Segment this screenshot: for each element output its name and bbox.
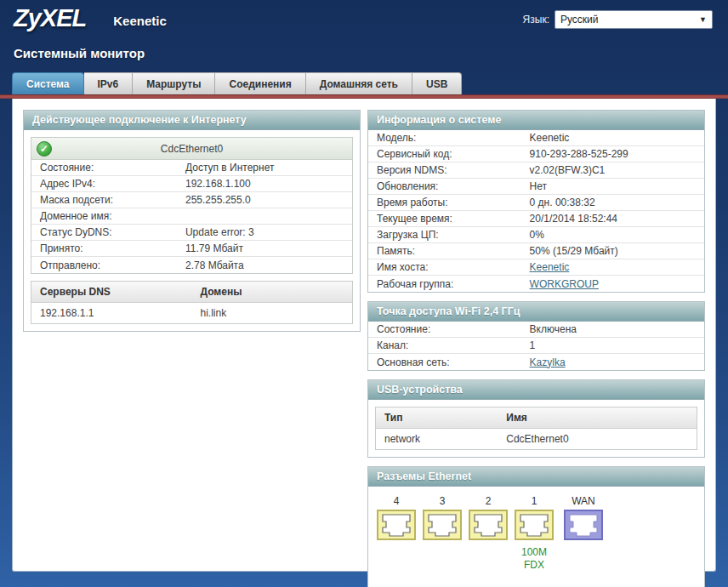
tab-usb[interactable]: USB — [412, 72, 462, 94]
table-row: Статус DyDNS: Update error: 3 — [31, 225, 352, 241]
workgroup-link[interactable]: WORKGROUP — [530, 278, 599, 290]
zyxel-logo: ZyXEL — [14, 4, 86, 32]
row-value: 11.79 Мбайт — [185, 242, 243, 254]
table-row: network CdcEthernet0 — [376, 429, 697, 449]
table-row: Адрес IPv4: 192.168.1.100 — [31, 176, 352, 192]
row-label: Канал: — [368, 339, 530, 351]
right-column: Информация о системе Модель: Keenetic Се… — [367, 110, 705, 587]
table-row: Состояние: Включена — [368, 322, 704, 338]
port-label: WAN — [564, 495, 603, 507]
row-label: Состояние: — [31, 162, 185, 174]
language-selected-value: Русский — [560, 14, 599, 26]
row-label: Память: — [368, 245, 530, 257]
tab-system[interactable]: Система — [12, 72, 84, 94]
usb-panel: USB-устройства Тип Имя network CdcEthern… — [367, 379, 705, 458]
ethernet-panel-title: Разъемы Ethernet — [368, 467, 704, 487]
row-label: Статус DyDNS: — [31, 226, 185, 238]
row-value: 0 дн. 00:38:32 — [530, 197, 595, 208]
system-info-panel: Информация о системе Модель: Keenetic Се… — [367, 110, 705, 293]
tab-ipv6[interactable]: IPv6 — [84, 72, 134, 94]
row-label: Версия NDMS: — [368, 164, 530, 176]
connection-name: CdcEthernet0 — [161, 143, 223, 155]
usb-table-header: Тип Имя — [376, 407, 697, 429]
dns-domain-value: hi.link — [192, 303, 353, 323]
row-label: Текущее время: — [368, 213, 530, 225]
table-row: Текущее время: 20/1/2014 18:52:44 — [368, 211, 704, 227]
rj45-port-icon — [423, 510, 462, 540]
tab-connections[interactable]: Соединения — [215, 72, 305, 94]
row-value: 0% — [530, 229, 544, 241]
usb-type-header: Тип — [376, 407, 498, 428]
usb-panel-title: USB-устройства — [368, 380, 704, 400]
table-row: Сервисный код: 910-293-288-525-299 — [368, 146, 704, 162]
top-header: ZyXEL Keenetic Язык: Русский ▼ — [0, 0, 728, 36]
wifi-panel: Точка доступа Wi-Fi 2,4 ГГц Состояние: В… — [367, 301, 705, 371]
internet-connection-panel: Действующее подключение к Интернету ✓ Cd… — [23, 110, 361, 332]
row-value: Keenetic — [530, 132, 570, 144]
row-label: Рабочая группа: — [368, 278, 530, 290]
table-row: Время работы: 0 дн. 00:38:32 — [368, 195, 704, 211]
row-value: Включена — [530, 323, 577, 335]
row-value: 255.255.255.0 — [185, 194, 251, 206]
row-value: 50% (15/29 Мбайт) — [530, 245, 618, 257]
dns-table-header: Серверы DNS Домены — [31, 282, 352, 303]
table-row: Рабочая группа: WORKGROUP — [368, 276, 704, 292]
table-row: Модель: Keenetic — [368, 130, 704, 146]
row-label: Сервисный код: — [368, 148, 530, 160]
rj45-port-icon — [377, 510, 416, 540]
connection-header: ✓ CdcEthernet0 — [31, 138, 352, 160]
table-row: Версия NDMS: v2.02(BFW.3)C1 — [368, 162, 704, 179]
ethernet-port-2: 2 — [469, 495, 508, 572]
wifi-panel-title: Точка доступа Wi-Fi 2,4 ГГц — [368, 302, 704, 322]
row-label: Отправлено: — [31, 259, 185, 271]
row-value: Update error: 3 — [185, 226, 254, 238]
language-select[interactable]: Русский ▼ — [555, 10, 713, 29]
table-row: Принято: 11.79 Мбайт — [31, 241, 352, 257]
table-row: Обновления: Нет — [368, 179, 704, 195]
ethernet-port-wan: WAN — [564, 495, 603, 572]
row-value: Доступ в Интернет — [185, 162, 274, 174]
ethernet-port-4: 4 — [377, 495, 416, 572]
language-area: Язык: Русский ▼ — [523, 10, 713, 29]
row-label: Обновления: — [368, 180, 530, 192]
dns-domains-header: Домены — [192, 282, 353, 302]
row-value: 20/1/2014 18:52:44 — [530, 213, 617, 225]
tab-routes[interactable]: Маршруты — [133, 72, 215, 94]
table-row: Память: 50% (15/29 Мбайт) — [368, 243, 704, 259]
port-label: 3 — [423, 495, 462, 507]
tab-home-network[interactable]: Домашняя сеть — [306, 72, 412, 94]
dns-table: Серверы DNS Домены 192.168.1.1 hi.link — [31, 281, 353, 324]
row-value: 910-293-288-525-299 — [530, 148, 628, 160]
row-label: Состояние: — [368, 323, 530, 335]
rj45-port-icon — [469, 510, 508, 540]
row-label: Доменное имя: — [31, 210, 185, 222]
table-row: Имя хоста: Keenetic — [368, 259, 704, 276]
wifi-network-link[interactable]: Kazylka — [530, 356, 566, 368]
usb-table: Тип Имя network CdcEthernet0 — [375, 407, 697, 450]
connection-status-box: ✓ CdcEthernet0 Состояние: Доступ в Интер… — [31, 137, 353, 274]
usb-name-value: CdcEthernet0 — [498, 429, 697, 449]
page-title: Системный монитор — [0, 36, 728, 72]
table-row: Маска подсети: 255.255.255.0 — [31, 192, 352, 208]
port-duplex: FDX — [515, 559, 554, 572]
system-panel-title: Информация о системе — [368, 111, 704, 130]
table-row: Состояние: Доступ в Интернет — [31, 160, 352, 176]
language-label: Язык: — [523, 14, 549, 26]
green-check-icon: ✓ — [37, 141, 52, 157]
tab-bar: Система IPv6 Маршруты Соединения Домашня… — [12, 72, 728, 94]
dns-servers-header: Серверы DNS — [31, 282, 192, 302]
row-label: Принято: — [31, 242, 185, 254]
ethernet-panel: Разъемы Ethernet 4 3 — [367, 466, 705, 587]
table-row: Основная сеть: Kazylka — [368, 354, 704, 370]
port-label: 2 — [469, 495, 508, 507]
ethernet-panel-spacer — [368, 575, 704, 587]
table-row: Доменное имя: — [31, 208, 352, 225]
table-row: 192.168.1.1 hi.link — [31, 303, 352, 323]
ethernet-port-1: 1 100M FDX — [515, 495, 554, 572]
table-row: Канал: 1 — [368, 338, 704, 354]
row-value: 2.78 Мбайта — [185, 259, 244, 271]
row-label: Основная сеть: — [368, 356, 530, 368]
hostname-link[interactable]: Keenetic — [530, 261, 570, 273]
product-name: Keenetic — [113, 14, 167, 28]
port-speed: 100M — [515, 546, 554, 559]
